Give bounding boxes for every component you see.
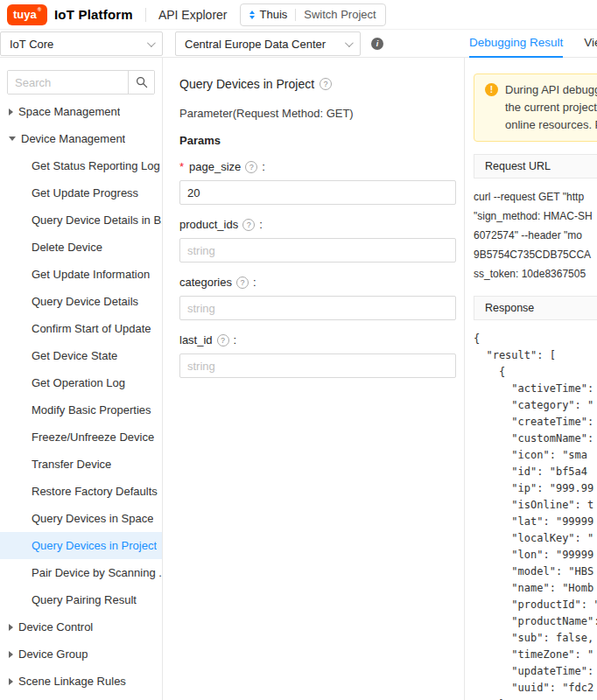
response-line: "isOnline": t (474, 497, 597, 514)
field-name: page_size (189, 160, 241, 173)
response-line: "productName": (474, 613, 597, 630)
product-ids-input[interactable] (179, 238, 456, 262)
categories-input[interactable] (179, 296, 456, 320)
tab-debugging-result[interactable]: Debugging Result (469, 30, 563, 58)
field-help-icon[interactable]: ? (236, 276, 249, 289)
page-title-text: Query Devices in Project (179, 77, 314, 91)
field-label: last_id ? : (179, 333, 448, 346)
tree-item[interactable]: Get Operation Log (0, 369, 162, 396)
response-line: "lon": "99999 (474, 547, 597, 564)
param-panel: Query Devices in Project ? Parameter(Req… (164, 58, 464, 700)
datacenter-select[interactable]: Central Europe Data Center (175, 32, 361, 56)
tree-item-label: Query Devices in Space (32, 512, 153, 525)
tree-item[interactable]: Restore Factory Defaults (0, 478, 162, 505)
tree-item[interactable]: Get Update Progress (0, 179, 162, 206)
chevron-down-icon (147, 38, 156, 47)
tab-view[interactable]: View (584, 30, 597, 58)
tree-item[interactable]: Query Device Details in B... (0, 206, 162, 234)
tree-item[interactable]: Device Control(Standard (0, 695, 162, 700)
last-id-input[interactable] (179, 354, 456, 378)
response-line: "uuid": "fdc2 (474, 680, 597, 696)
caret-icon (9, 678, 13, 685)
response-line: "id": "bf5a4 (474, 464, 597, 480)
tree-item-label: Get Status Reporting Log (32, 159, 160, 172)
tree-item[interactable]: Query Device Details (0, 288, 162, 315)
api-explorer-link[interactable]: API Explorer (158, 8, 228, 22)
api-tree: Space Management Device Management Get S… (0, 98, 162, 700)
caret-icon (9, 651, 13, 658)
response-line: "updateTime": (474, 663, 597, 680)
response-line: "name": "Homb (474, 580, 597, 597)
response-line: "category": " (474, 397, 597, 414)
field-label: product_ids ? : (179, 218, 448, 231)
search-input[interactable] (8, 71, 128, 94)
tree-item-label: Device Management (21, 132, 125, 145)
field-colon: : (259, 218, 263, 231)
project-switcher[interactable]: Thuis Switch Project (240, 4, 386, 26)
registered-mark: ® (38, 7, 41, 12)
tree-item[interactable]: Device Group (0, 640, 162, 668)
caret-icon (9, 624, 13, 631)
curl-line: ss_token: 10de8367505 (474, 264, 597, 284)
params-heading: Params (179, 134, 448, 147)
tree-item-label: Confirm Start of Update (32, 322, 151, 335)
response-line: { (474, 364, 597, 381)
result-tabs: Debugging Result View (469, 30, 597, 58)
caret-icon (9, 136, 16, 141)
tree-item[interactable]: Space Management (0, 98, 162, 125)
response-line: "sub": false, (474, 630, 597, 647)
brand-title: IoT Platform (54, 7, 133, 22)
switch-project-button[interactable]: Switch Project (304, 8, 376, 21)
project-name[interactable]: Thuis (260, 8, 288, 21)
product-select[interactable]: IoT Core (0, 32, 163, 56)
tree-item[interactable]: Scene Linkage Rules (0, 668, 162, 695)
tree-item[interactable]: Query Devices in Project (0, 532, 162, 559)
tree-item[interactable]: Pair Device by Scanning ... (0, 559, 162, 586)
tree-item[interactable]: Freeze/Unfreeze Device (0, 424, 162, 451)
tree-item-label: Scene Linkage Rules (18, 675, 126, 688)
curl-command: curl --request GET "http"sign_method: HM… (474, 187, 597, 284)
page-size-input[interactable] (179, 180, 456, 205)
tree-item[interactable]: Query Pairing Result (0, 586, 162, 613)
notice-text: During API debugginthe current project t… (505, 81, 597, 134)
tree-item[interactable]: Query Devices in Space (0, 505, 162, 532)
warning-icon: ! (485, 83, 498, 96)
tree-item[interactable]: Transfer Device (0, 451, 162, 478)
response-line: "model": "HBS (474, 564, 597, 580)
help-icon[interactable]: ? (320, 78, 332, 90)
curl-line: curl --request GET "http (474, 187, 597, 206)
tree-item[interactable]: Delete Device (0, 234, 162, 261)
response-line: "lat": "99999 (474, 514, 597, 530)
field-label: categories ? : (179, 276, 448, 289)
response-line: "ip": "999.99 (474, 480, 597, 497)
response-header: Response (474, 296, 597, 320)
field-help-icon[interactable]: ? (242, 219, 255, 231)
tree-item[interactable]: Confirm Start of Update (0, 315, 162, 342)
field-help-icon[interactable]: ? (217, 334, 229, 346)
response-line: "createTime": (474, 414, 597, 430)
tree-item[interactable]: Get Update Information (0, 261, 162, 288)
tree-item[interactable]: Get Device State (0, 342, 162, 369)
field-colon: : (262, 160, 265, 173)
chevron-down-icon (345, 38, 354, 47)
api-sidebar: Space Management Device Management Get S… (0, 58, 163, 700)
info-icon[interactable]: i (371, 38, 383, 50)
tuya-logo[interactable]: tuya® (7, 4, 47, 25)
tree-item[interactable]: Device Control (0, 613, 162, 640)
field-colon: : (234, 333, 237, 346)
field-page-size: * page_size ? : (179, 160, 448, 205)
field-name: last_id (179, 333, 213, 346)
response-line: "timeZone": " (474, 647, 597, 663)
search-button[interactable] (128, 71, 154, 94)
tree-item[interactable]: Modify Basic Properties (0, 396, 162, 424)
field-help-icon[interactable]: ? (245, 161, 257, 173)
response-line: "productId": " (474, 597, 597, 613)
tree-item-label: Restore Factory Defaults (32, 485, 158, 498)
tree-item-label: Space Management (18, 105, 120, 118)
tree-item-label: Get Device State (32, 349, 117, 362)
tree-item[interactable]: Get Status Reporting Log (0, 152, 162, 179)
tree-item-label: Query Device Details in B... (32, 214, 162, 227)
response-line: "customName": (474, 430, 597, 447)
tree-item[interactable]: Device Management (0, 125, 162, 152)
tree-item-label: Pair Device by Scanning ... (32, 566, 162, 579)
